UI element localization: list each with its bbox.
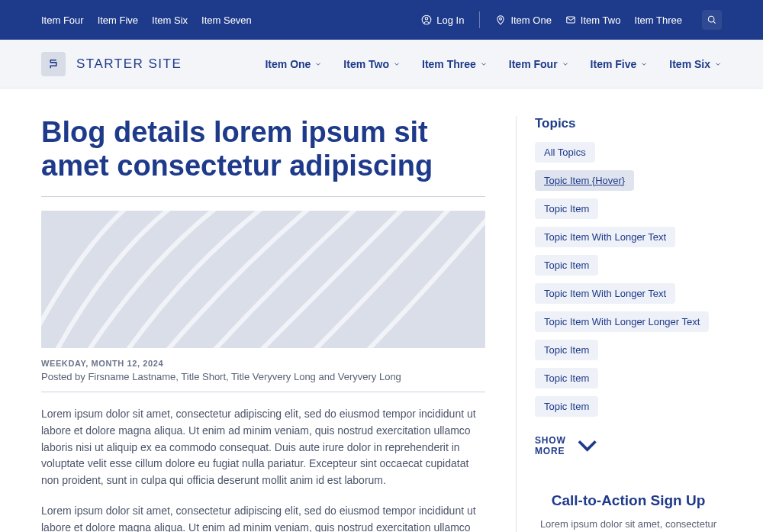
search-icon bbox=[707, 15, 717, 25]
topic-tag[interactable]: Topic Item bbox=[535, 198, 598, 219]
article-paragraph: Lorem ipsum dolor sit amet, consectetur … bbox=[41, 503, 485, 532]
search-button[interactable] bbox=[702, 10, 722, 30]
nav-item[interactable]: Item One bbox=[265, 58, 322, 70]
divider bbox=[41, 196, 485, 197]
brand-logo bbox=[41, 52, 66, 76]
topic-tag[interactable]: Topic Item bbox=[535, 396, 598, 417]
article-main: Blog details lorem ipsum sit amet consec… bbox=[41, 116, 485, 532]
nav-item-label: Item Six bbox=[669, 58, 710, 70]
main-nav: STARTER SITE Item One Item Two Item Thre… bbox=[0, 40, 763, 89]
article-byline: Posted by Firsname Lastname, Title Short… bbox=[41, 371, 485, 382]
svg-line-5 bbox=[713, 21, 716, 24]
nav-item[interactable]: Item Six bbox=[669, 58, 722, 70]
chevron-down-icon bbox=[714, 60, 722, 68]
nav-item-label: Item Five bbox=[591, 58, 637, 70]
utility-link[interactable]: Item Two bbox=[565, 15, 621, 26]
nav-item[interactable]: Item Two bbox=[343, 58, 401, 70]
utility-link[interactable]: Item Four bbox=[41, 15, 84, 26]
divider bbox=[41, 392, 485, 392]
utility-bar-left: Item Four Item Five Item Six Item Seven bbox=[41, 15, 252, 26]
article-title: Blog details lorem ipsum sit amet consec… bbox=[41, 116, 485, 182]
topic-tag-list: All TopicsTopic Item {Hover}Topic ItemTo… bbox=[535, 142, 722, 417]
svg-point-4 bbox=[708, 16, 714, 22]
topic-tag[interactable]: Topic Item With Longer Text bbox=[535, 227, 675, 247]
chevron-down-icon bbox=[640, 60, 648, 68]
brand-name: STARTER SITE bbox=[76, 56, 182, 72]
topic-tag[interactable]: Topic Item With Longer Text bbox=[535, 283, 675, 304]
chevron-down-icon bbox=[393, 60, 401, 68]
utility-bar: Item Four Item Five Item Six Item Seven … bbox=[0, 0, 763, 40]
cta-heading: Call-to-Action Sign Up bbox=[535, 492, 722, 509]
mail-icon bbox=[565, 15, 576, 25]
article-paragraph: Lorem ipsum dolor sit amet, consectetur … bbox=[41, 406, 485, 488]
chevron-down-icon bbox=[314, 60, 322, 68]
page-content: Blog details lorem ipsum sit amet consec… bbox=[0, 89, 763, 532]
utility-link[interactable]: Item One bbox=[495, 15, 551, 26]
nav-item-label: Item Three bbox=[422, 58, 476, 70]
show-more-label: SHOW MORE bbox=[535, 435, 566, 456]
cta-block: Call-to-Action Sign Up Lorem ipsum dolor… bbox=[535, 492, 722, 532]
divider bbox=[479, 11, 480, 28]
nav-item-label: Item Two bbox=[343, 58, 389, 70]
article-date: WEEKDAY, MONTH 12, 2024 bbox=[41, 359, 485, 368]
hero-image-lines-icon bbox=[41, 211, 485, 348]
topic-tag[interactable]: Topic Item With Longer Longer Text bbox=[535, 311, 709, 332]
topic-tag[interactable]: Topic Item bbox=[535, 368, 598, 389]
chevron-down-icon bbox=[480, 60, 488, 68]
topic-tag[interactable]: Topic Item {Hover} bbox=[535, 170, 634, 191]
login-link[interactable]: Log In bbox=[421, 15, 464, 26]
svg-rect-6 bbox=[41, 211, 485, 348]
svg-point-1 bbox=[425, 18, 428, 21]
show-more-button[interactable]: SHOW MORE bbox=[535, 429, 604, 462]
hero-image bbox=[41, 211, 485, 348]
user-circle-icon bbox=[421, 15, 432, 25]
nav-item[interactable]: Item Four bbox=[509, 58, 569, 70]
utility-link-label: Item One bbox=[510, 15, 551, 26]
cta-text: Lorem ipsum dolor sit amet, consectetur … bbox=[535, 517, 722, 532]
utility-link[interactable]: Item Five bbox=[98, 15, 138, 26]
utility-bar-right: Log In Item One Item Two Item Three bbox=[421, 10, 722, 30]
login-label: Log In bbox=[436, 15, 464, 26]
utility-link[interactable]: Item Three bbox=[634, 15, 682, 26]
topic-tag[interactable]: Topic Item bbox=[535, 255, 598, 276]
svg-point-2 bbox=[500, 18, 502, 20]
logo-icon bbox=[47, 57, 60, 71]
map-pin-icon bbox=[495, 15, 506, 25]
sidebar: Topics All TopicsTopic Item {Hover}Topic… bbox=[516, 116, 722, 532]
topic-tag[interactable]: Topic Item bbox=[535, 340, 598, 360]
utility-link-label: Item Two bbox=[581, 15, 621, 26]
nav-item[interactable]: Item Three bbox=[422, 58, 488, 70]
brand[interactable]: STARTER SITE bbox=[41, 52, 182, 76]
sidebar-heading-topics: Topics bbox=[535, 116, 722, 131]
nav-item-label: Item Four bbox=[509, 58, 558, 70]
topic-tag[interactable]: All Topics bbox=[535, 142, 595, 163]
chevron-down-icon bbox=[571, 429, 604, 462]
utility-link[interactable]: Item Six bbox=[152, 15, 188, 26]
utility-link[interactable]: Item Seven bbox=[201, 15, 252, 26]
nav-item[interactable]: Item Five bbox=[591, 58, 649, 70]
nav-item-label: Item One bbox=[265, 58, 311, 70]
chevron-down-icon bbox=[562, 60, 569, 68]
nav-links: Item One Item Two Item Three Item Four I… bbox=[265, 58, 722, 70]
